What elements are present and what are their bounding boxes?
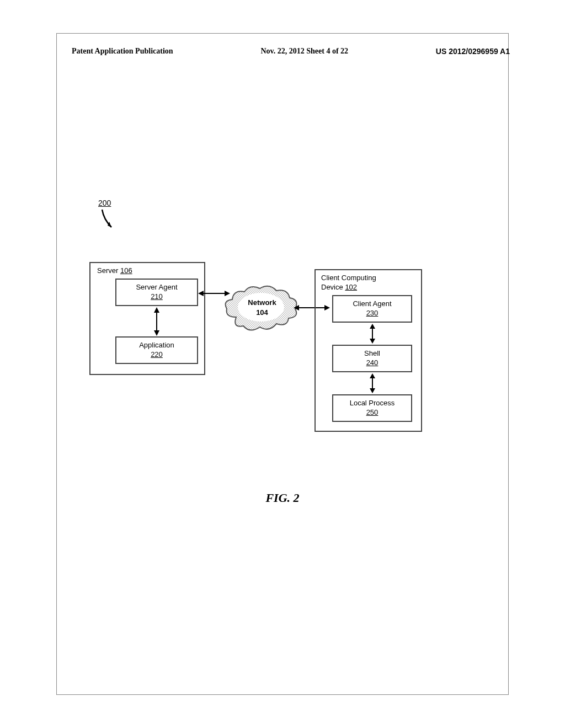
client-agent-num: 230 xyxy=(333,309,411,317)
server-box: Server 106 Server Agent 210 Application … xyxy=(89,262,205,375)
client-agent-label: Client Agent xyxy=(353,299,391,308)
server-title-num: 106 xyxy=(120,266,132,275)
application-label: Application xyxy=(139,341,174,349)
diagram-200: 200 Server 106 Server Agent 210 Applicat… xyxy=(83,199,441,447)
ref-arrow-icon xyxy=(99,208,116,231)
publication-label: Patent Application Publication xyxy=(72,47,173,56)
date-sheet: Nov. 22, 2012 Sheet 4 of 22 xyxy=(260,47,348,56)
arrow-server-internal-icon xyxy=(152,307,161,336)
local-process-num: 250 xyxy=(333,408,411,416)
figure-label: FIG. 2 xyxy=(0,491,565,505)
svg-marker-19 xyxy=(370,388,375,393)
arrow-shell-process-icon xyxy=(368,373,377,393)
application-box: Application 220 xyxy=(115,336,198,364)
publication-number: US 2012/0296959 A1 xyxy=(436,47,510,56)
client-agent-box: Client Agent 230 xyxy=(332,295,412,323)
server-agent-box: Server Agent 210 xyxy=(115,279,198,306)
svg-marker-2 xyxy=(154,307,159,313)
shell-label: Shell xyxy=(364,349,380,357)
client-box: Client Computing Device 102 Client Agent… xyxy=(315,269,422,432)
page-header: Patent Application Publication Nov. 22, … xyxy=(72,47,510,56)
shell-box: Shell 240 xyxy=(332,345,412,372)
application-num: 220 xyxy=(116,350,197,358)
network-label: Network 104 xyxy=(246,298,279,318)
svg-marker-12 xyxy=(294,305,299,311)
client-title-num: 102 xyxy=(345,283,357,291)
shell-num: 240 xyxy=(333,358,411,367)
client-title-line2: Device xyxy=(321,283,343,291)
svg-marker-16 xyxy=(370,339,375,344)
server-title-text: Server xyxy=(97,266,118,275)
svg-marker-18 xyxy=(370,373,375,378)
client-title-line1: Client Computing xyxy=(321,274,376,282)
svg-marker-9 xyxy=(198,291,204,296)
svg-marker-10 xyxy=(225,291,230,296)
svg-marker-3 xyxy=(154,330,159,336)
arrow-server-cloud-icon xyxy=(198,290,230,297)
network-num: 104 xyxy=(246,308,279,318)
local-process-label: Local Process xyxy=(350,399,395,407)
local-process-box: Local Process 250 xyxy=(332,394,412,422)
client-title: Client Computing Device 102 xyxy=(321,274,376,292)
network-text: Network xyxy=(246,298,279,308)
server-title: Server 106 xyxy=(97,266,132,275)
arrow-clientagent-shell-icon xyxy=(368,324,377,344)
ref-label-200: 200 xyxy=(98,199,111,207)
server-agent-label: Server Agent xyxy=(136,283,177,291)
svg-marker-15 xyxy=(370,324,375,329)
server-agent-num: 210 xyxy=(116,292,197,301)
